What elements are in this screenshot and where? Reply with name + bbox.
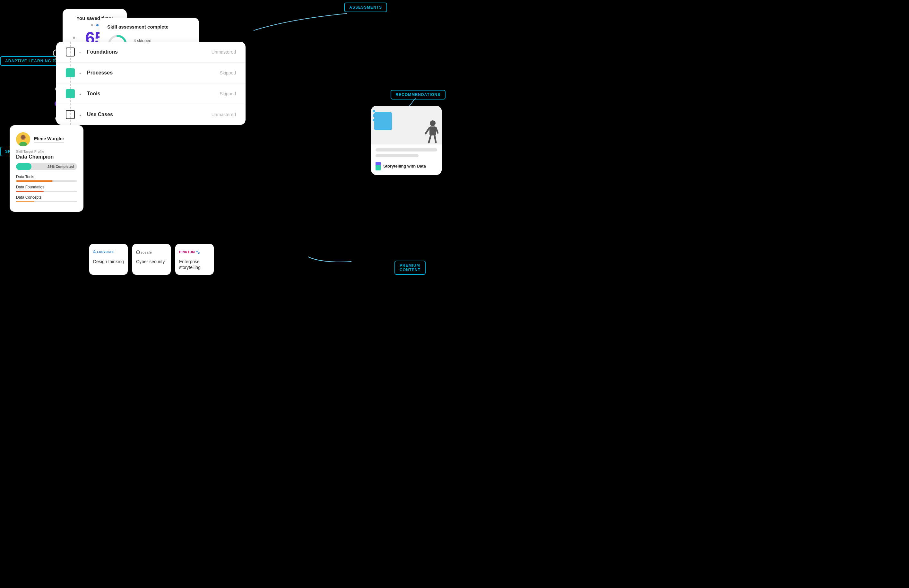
tools-icon	[66, 89, 75, 98]
sosafe-name: Cyber security	[136, 259, 167, 265]
processes-icon	[66, 68, 75, 78]
chevron-usecases: ⌄	[79, 112, 82, 117]
profile-title: Data Champion	[16, 154, 77, 160]
skill-row-3: Data Concepts	[16, 195, 77, 202]
person-figure	[422, 119, 438, 144]
rec-title-row: Storytelling with Data	[376, 162, 437, 170]
skill-bar-3	[16, 201, 77, 202]
skill-fill-3	[16, 201, 34, 202]
lp-item-processes[interactable]: ⌄ Processes Skipped	[56, 63, 245, 84]
processes-status: Skipped	[220, 70, 236, 76]
premium-badge-label: PREMIUMCONTENT	[400, 263, 420, 272]
chevron-processes: ⌄	[79, 71, 82, 75]
chevron-foundations: ⌄	[79, 50, 82, 54]
rec-icon-green	[376, 165, 381, 170]
skill-fill-1	[16, 180, 53, 182]
processes-label: Processes	[87, 70, 216, 76]
progress-bar: 25% Completed	[16, 163, 77, 170]
skill-profile-card: Elene Worgler Skill Target Profile Data …	[10, 125, 84, 212]
rec-image	[371, 106, 442, 144]
svg-rect-12	[429, 126, 436, 136]
foundations-icon	[66, 47, 75, 57]
skill-name-2: Data Foundatios	[16, 185, 77, 189]
rec-bar-1	[376, 148, 437, 152]
profile-header: Elene Worgler	[16, 132, 77, 146]
skill-row-1: Data Tools	[16, 174, 77, 182]
dot-1	[91, 24, 93, 26]
dot-left	[73, 37, 75, 39]
sdot-1	[373, 110, 375, 112]
lucydate-name: Design thinking	[93, 259, 124, 265]
profile-name: Elene Worgler	[34, 136, 64, 141]
assessments-badge-label: ASSESSMENTS	[349, 5, 382, 10]
lucydate-logo: Ⓒ LUCYDATE	[93, 249, 124, 256]
screen-rect	[374, 112, 392, 130]
svg-point-10	[21, 135, 25, 139]
lp-item-foundations[interactable]: ⌄ Foundations Unmastered	[56, 42, 245, 63]
scene: ADAPTIVE LEARNING PATHS SKILL PROFILES A…	[0, 0, 454, 294]
usecases-label: Use Cases	[87, 112, 208, 118]
provider-lucydate[interactable]: Ⓒ LUCYDATE Design thinking	[89, 244, 128, 275]
svg-line-16	[434, 136, 436, 142]
name-underline	[34, 142, 64, 143]
skill-assessment-title: Skill assessment complete	[107, 24, 191, 29]
skill-bar-1	[16, 180, 77, 182]
rec-title: Storytelling with Data	[383, 164, 426, 168]
profile-label: Skill Target Profile	[16, 150, 77, 153]
foundations-status: Unmastered	[212, 49, 236, 55]
avatar	[16, 132, 30, 146]
rec-body: Storytelling with Data	[371, 144, 442, 175]
pinktum-name: Enterprise storytelling	[179, 259, 210, 270]
lp-item-tools[interactable]: ⌄ Tools Skipped	[56, 84, 245, 104]
skill-name-1: Data Tools	[16, 174, 77, 179]
usecases-icon	[66, 110, 75, 119]
rec-icon-wrap	[376, 162, 381, 170]
svg-point-11	[430, 120, 436, 126]
recommendations-badge: RECOMMENDATIONS	[391, 90, 446, 100]
foundations-label: Foundations	[87, 49, 208, 55]
progress-fill	[16, 163, 31, 170]
recommendations-card: Storytelling with Data	[371, 106, 442, 175]
learning-path-card: ⌄ Foundations Unmastered ⌄ Processes Ski…	[56, 42, 245, 125]
svg-line-14	[436, 128, 438, 133]
svg-line-13	[426, 128, 429, 134]
assessments-badge: ASSESSMENTS	[344, 3, 387, 12]
chevron-tools: ⌄	[79, 92, 82, 96]
tools-status: Skipped	[220, 91, 236, 96]
pinktum-logo: PINKTUM 🐾	[179, 249, 210, 256]
lp-item-usecases[interactable]: ⌄ Use Cases Unmastered	[56, 104, 245, 125]
provider-sosafe[interactable]: sosafe Cyber security	[132, 244, 171, 275]
recommendation-illustration	[371, 106, 442, 144]
dot-2	[96, 24, 98, 26]
skill-fill-2	[16, 191, 44, 192]
rec-bar-2	[376, 154, 418, 157]
providers-area: Ⓒ LUCYDATE Design thinking sosafe Cyber …	[89, 244, 214, 275]
usecases-status: Unmastered	[212, 112, 236, 117]
skill-name-3: Data Concepts	[16, 195, 77, 200]
progress-label: 25% Completed	[47, 165, 74, 168]
skill-row-2: Data Foundatios	[16, 185, 77, 192]
skill-bar-2	[16, 191, 77, 192]
svg-line-15	[429, 136, 431, 142]
tools-label: Tools	[87, 91, 216, 97]
sosafe-logo: sosafe	[136, 249, 167, 256]
premium-content-badge: PREMIUMCONTENT	[394, 261, 426, 275]
profile-name-section: Elene Worgler	[34, 136, 64, 143]
provider-pinktum[interactable]: PINKTUM 🐾 Enterprise storytelling	[175, 244, 214, 275]
recommendations-badge-label: RECOMMENDATIONS	[396, 92, 441, 97]
